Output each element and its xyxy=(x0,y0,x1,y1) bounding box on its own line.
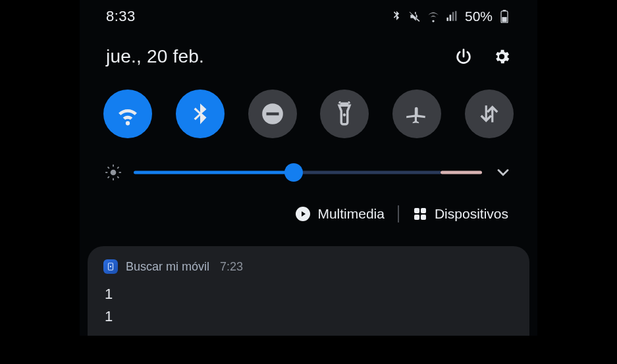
svg-line-13 xyxy=(108,176,109,178)
bluetooth-icon xyxy=(188,101,213,126)
brightness-thumb[interactable] xyxy=(284,163,303,182)
do-not-disturb-icon xyxy=(260,101,285,126)
data-arrows-icon xyxy=(477,101,502,126)
quick-settings-toggles xyxy=(80,74,537,146)
bluetooth-status-icon xyxy=(390,10,403,23)
power-icon[interactable] xyxy=(454,47,473,66)
toggle-dnd[interactable] xyxy=(248,90,297,138)
panel-shortcuts: Multimedia Dispositivos xyxy=(80,187,537,241)
wifi-icon xyxy=(115,101,140,126)
svg-rect-4 xyxy=(266,113,279,115)
notification-body: 1 xyxy=(105,305,512,328)
mute-status-icon xyxy=(408,10,421,23)
notification-app-name: Buscar mi móvil xyxy=(126,260,209,274)
svg-rect-19 xyxy=(421,215,426,220)
expand-chevron-icon[interactable] xyxy=(494,163,512,182)
svg-rect-2 xyxy=(502,17,506,22)
date-row: jue., 20 feb. xyxy=(80,28,537,74)
battery-percent: 50% xyxy=(465,9,493,24)
wifi-status-icon xyxy=(427,10,440,23)
toggle-airplane[interactable] xyxy=(392,90,441,138)
airplane-icon xyxy=(404,101,429,126)
signal-status-icon xyxy=(445,10,458,23)
play-circle-icon xyxy=(295,206,311,222)
svg-line-11 xyxy=(108,167,109,169)
notification-panel: 8:33 50% jue., 20 feb. xyxy=(80,0,537,336)
toggle-bluetooth[interactable] xyxy=(176,90,225,138)
svg-rect-17 xyxy=(421,208,426,213)
toggle-flashlight[interactable] xyxy=(320,90,369,138)
svg-point-5 xyxy=(343,113,346,116)
brightness-slider[interactable] xyxy=(134,165,482,180)
svg-point-6 xyxy=(111,170,117,176)
devices-grid-icon xyxy=(412,206,428,222)
devices-shortcut[interactable]: Dispositivos xyxy=(412,206,508,222)
devices-label: Dispositivos xyxy=(435,206,508,222)
media-label: Multimedia xyxy=(317,206,385,222)
notification-time: 7:23 xyxy=(220,260,243,274)
svg-point-21 xyxy=(110,266,111,267)
brightness-icon xyxy=(105,164,122,181)
settings-gear-icon[interactable] xyxy=(493,47,511,66)
status-time: 8:33 xyxy=(106,8,136,25)
panel-date: jue., 20 feb. xyxy=(106,46,204,67)
media-shortcut[interactable]: Multimedia xyxy=(295,206,385,222)
svg-line-12 xyxy=(117,176,119,178)
notification-header: Buscar mi móvil 7:23 xyxy=(103,259,514,274)
battery-status-icon xyxy=(498,10,511,23)
notification-card[interactable]: Buscar mi móvil 7:23 1 1 xyxy=(88,246,529,336)
flashlight-icon xyxy=(332,101,357,126)
toggle-wifi[interactable] xyxy=(103,90,152,138)
status-bar: 8:33 50% xyxy=(80,0,537,28)
svg-rect-18 xyxy=(414,215,419,220)
notification-title: 1 xyxy=(105,283,512,305)
brightness-row xyxy=(80,146,537,187)
divider xyxy=(398,205,399,222)
status-icons: 50% xyxy=(390,9,511,24)
svg-line-14 xyxy=(117,167,119,169)
svg-rect-16 xyxy=(414,208,419,213)
toggle-mobile-data[interactable] xyxy=(465,90,514,138)
find-my-mobile-app-icon xyxy=(103,259,118,274)
